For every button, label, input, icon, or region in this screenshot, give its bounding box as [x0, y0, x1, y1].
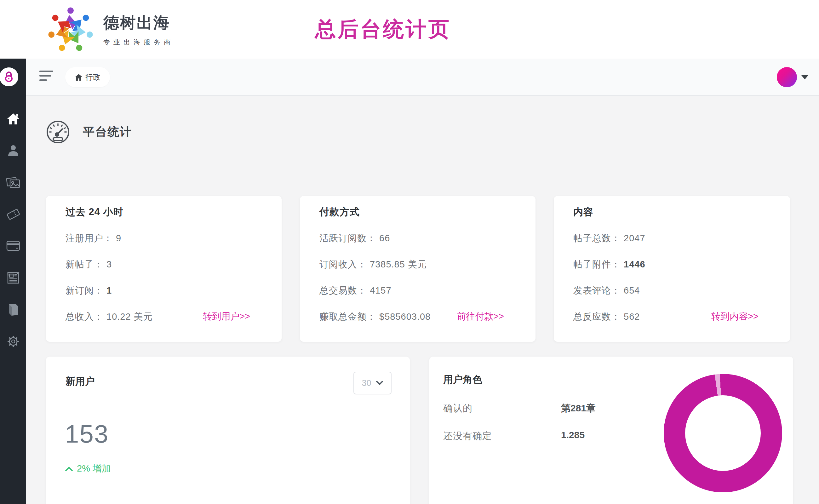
go-to-content-link[interactable]: 转到内容>>	[711, 310, 759, 323]
card-title: 过去 24 小时	[66, 205, 263, 219]
brand-tagline: 专业出海服务商	[103, 38, 174, 47]
stat-row: 帖子总数：2047	[573, 232, 771, 245]
stat-value: 66	[379, 233, 390, 243]
brand-text: 德树出海 专业出海服务商	[103, 12, 174, 47]
section-header: 平台统计	[46, 120, 132, 144]
stat-label: 活跃订阅数：	[319, 233, 376, 243]
home-breadcrumb-icon	[75, 73, 83, 81]
go-to-users-link[interactable]: 转到用户>>	[203, 310, 250, 323]
new-users-title: 新用户	[66, 375, 95, 388]
sidebar	[0, 59, 26, 504]
stat-value: 4157	[370, 285, 392, 295]
new-users-count: 153	[65, 420, 109, 449]
sidebar-item-users[interactable]	[0, 135, 26, 166]
credit-card-icon	[6, 241, 20, 251]
stat-row: 活跃订阅数：66	[319, 232, 517, 245]
stat-label: 帖子附件：	[573, 259, 621, 269]
role-label-confirmed: 确认的	[443, 402, 473, 415]
stat-row: 发表评论：654	[573, 284, 771, 297]
gauge-icon	[46, 120, 70, 144]
user-roles-card: 用户角色 确认的 第281章 还没有确定 1.285	[429, 357, 793, 504]
page-title: 总后台统计页	[315, 15, 451, 43]
user-menu	[777, 67, 808, 87]
user-icon	[7, 144, 20, 157]
section-title: 平台统计	[83, 124, 132, 140]
stat-label: 新订阅：	[66, 285, 103, 295]
role-label-unconfirmed: 还没有确定	[443, 430, 492, 443]
stat-card-payments: 付款方式 活跃订阅数：66 订阅收入：7385.85 美元 总交易数：4157 …	[300, 196, 535, 342]
sidebar-item-media[interactable]	[0, 166, 26, 198]
stat-card-last-24h: 过去 24 小时 注册用户：9 新帖子：3 新订阅：1 总收入：10.22 美元…	[46, 196, 282, 342]
card-title: 付款方式	[319, 205, 517, 219]
page-root: 德树出海 专业出海服务商 总后台统计页	[0, 0, 819, 504]
brand-name: 德树出海	[103, 12, 174, 33]
stat-value: 2047	[624, 233, 645, 243]
sidebar-item-news[interactable]	[0, 262, 26, 294]
stat-value: 10.22 美元	[106, 312, 153, 322]
stat-row: 总交易数：4157	[319, 284, 517, 297]
stat-value: 3	[106, 259, 112, 269]
gear-icon	[6, 335, 20, 348]
stat-row: 帖子附件：1446	[573, 258, 771, 271]
stat-label: 注册用户：	[66, 233, 113, 243]
stat-row: 订阅收入：7385.85 美元	[319, 258, 517, 271]
user-roles-title: 用户角色	[443, 373, 482, 386]
lock-icon	[3, 71, 15, 83]
new-users-card: 新用户 30 153 2% 增加	[46, 357, 410, 504]
role-value-unconfirmed: 1.285	[561, 430, 585, 440]
stat-row: 新订阅：1	[66, 284, 263, 297]
stat-value: 1446	[624, 259, 645, 269]
chevron-down-icon	[376, 381, 383, 386]
ticket-icon	[6, 208, 20, 221]
top-band: 德树出海 专业出海服务商 总后台统计页	[0, 0, 819, 59]
stat-value: 7385.85 美元	[370, 259, 427, 269]
sidebar-item-library[interactable]	[0, 294, 26, 325]
stat-label: 总交易数：	[319, 285, 367, 295]
stat-value: 1	[106, 285, 112, 295]
menu-toggle-icon[interactable]	[39, 71, 54, 83]
breadcrumb-label: 行政	[85, 72, 100, 82]
sidebar-logo-badge[interactable]	[0, 67, 18, 86]
stat-row: 新帖子：3	[66, 258, 263, 271]
new-users-delta: 2% 增加	[65, 462, 111, 475]
period-select-value: 30	[362, 378, 371, 388]
donut-hole	[685, 395, 761, 471]
sidebar-item-payments[interactable]	[0, 230, 26, 262]
stat-label: 发表评论：	[573, 285, 621, 295]
stat-value: 562	[624, 312, 640, 322]
sidebar-item-home[interactable]	[0, 103, 26, 135]
topbar: 行政	[26, 59, 819, 96]
stat-value: 9	[116, 233, 121, 243]
breadcrumb[interactable]: 行政	[65, 67, 110, 87]
card-title: 内容	[573, 205, 771, 219]
home-icon	[7, 112, 20, 125]
chevron-down-icon[interactable]	[801, 75, 808, 79]
stat-value: $585603.08	[379, 312, 431, 322]
stat-label: 订阅收入：	[319, 259, 367, 269]
stat-label: 总收入：	[66, 312, 103, 322]
user-roles-donut-chart	[664, 374, 782, 492]
role-value-confirmed: 第281章	[561, 402, 596, 415]
brand: 德树出海 专业出海服务商	[43, 3, 174, 56]
newspaper-icon	[7, 271, 20, 284]
stat-value: 654	[624, 285, 640, 295]
go-to-payments-link[interactable]: 前往付款>>	[457, 310, 504, 323]
stat-label: 总反应数：	[573, 312, 621, 322]
stat-label: 新帖子：	[66, 259, 103, 269]
chevron-up-icon	[65, 466, 73, 472]
sidebar-item-tickets[interactable]	[0, 198, 26, 230]
period-select[interactable]: 30	[353, 372, 392, 394]
stat-label: 赚取总金额：	[319, 312, 376, 322]
sidebar-item-settings[interactable]	[0, 325, 26, 357]
avatar[interactable]	[777, 67, 797, 87]
stat-row: 注册用户：9	[66, 232, 263, 245]
sidebar-nav	[0, 103, 26, 357]
images-icon	[6, 176, 20, 189]
stat-label: 帖子总数：	[573, 233, 621, 243]
new-users-delta-label: 2% 增加	[77, 462, 111, 475]
book-icon	[7, 303, 19, 316]
stat-card-content: 内容 帖子总数：2047 帖子附件：1446 发表评论：654 总反应数：562…	[554, 196, 790, 342]
brand-logo-icon	[43, 3, 98, 56]
